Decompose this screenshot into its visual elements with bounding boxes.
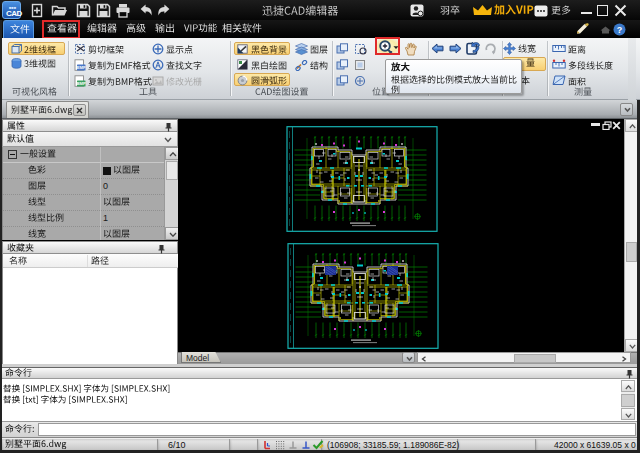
- svg-text:BMP: BMP: [77, 81, 86, 86]
- svg-text:EMF: EMF: [77, 65, 86, 70]
- svg-text:?: ?: [617, 25, 623, 35]
